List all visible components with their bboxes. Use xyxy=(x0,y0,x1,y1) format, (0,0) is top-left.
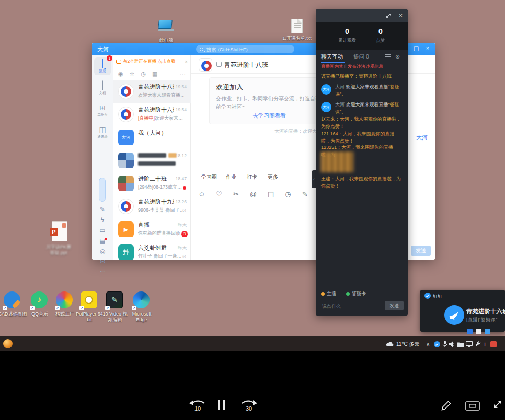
conversation-list: 有2个群正在直播 点击查看 × ◉ ☆ ◷ ▦ ⋯ 青苑进阶十八班 19:54 … xyxy=(113,55,191,260)
close-button[interactable]: × xyxy=(423,45,432,51)
host-message: 大河 大河 欢迎大家来观看直播“答疑课”。 xyxy=(321,84,404,98)
desktop-icon-potplayer[interactable]: ↗ xyxy=(81,291,98,309)
pause-button[interactable] xyxy=(218,400,227,410)
send-button[interactable]: 发送 xyxy=(411,246,431,256)
tab-more[interactable]: 更多 xyxy=(268,173,278,181)
tray-chevron-up-icon[interactable]: ∧ xyxy=(426,336,430,352)
tab-checkin[interactable]: 打卡 xyxy=(247,173,257,181)
welcome-body: 交作业、打卡、和同学们分享交流，打造自己的学习社区~ xyxy=(216,95,322,111)
tab-questions[interactable]: 提问 0 xyxy=(353,53,369,61)
schedule-icon[interactable]: ◷ xyxy=(285,190,291,198)
filter-all-icon[interactable]: ◉ xyxy=(118,71,123,77)
target-icon[interactable]: ◎ xyxy=(95,248,110,255)
mention-icon[interactable]: @ xyxy=(250,190,257,198)
rewind-10-button[interactable]: 10 xyxy=(188,398,207,412)
forward-30-button[interactable]: 30 xyxy=(239,398,258,412)
chat-message-input[interactable] xyxy=(321,302,380,310)
box-icon[interactable]: ▭ xyxy=(95,227,110,234)
tray-folder-icon[interactable] xyxy=(457,342,464,347)
weather-widget[interactable]: 11°C 多云 xyxy=(386,336,419,352)
taskbar-app-ball-icon[interactable] xyxy=(3,339,13,348)
desktop-icon-edge[interactable]: ↗ xyxy=(133,291,151,309)
desktop-icon-ppt-file[interactable]: P xyxy=(49,221,70,244)
conversation-item[interactable]: 18:12 xyxy=(113,149,191,172)
desktop-icon-label: 1.开课名单.txt xyxy=(272,36,322,41)
screenshot-icon[interactable]: ✂ xyxy=(233,190,239,198)
mute-icon: ⊘ xyxy=(182,208,186,213)
edit-icon[interactable]: ✎ xyxy=(302,190,308,198)
rows-icon[interactable]: ▤ xyxy=(95,237,110,244)
tray-dingtalk-icon[interactable] xyxy=(434,341,440,347)
keyboard-button[interactable] xyxy=(465,401,480,411)
unread-badge: 3 xyxy=(181,231,188,237)
sidebar-more-button[interactable]: ⋯ xyxy=(95,269,110,274)
sidebar-item-messages[interactable]: 1 消息 xyxy=(94,57,111,75)
desktop-icon-cad[interactable]: ↗ xyxy=(4,291,21,309)
flash-icon[interactable]: ϟ xyxy=(95,216,110,224)
dingtalk-logo-icon xyxy=(424,293,431,299)
dingtalk-notification[interactable]: 钉钉 青苑进阶十六班 [直播]“答疑课” xyxy=(420,290,505,332)
mail-icon[interactable]: ✉ xyxy=(95,258,110,265)
tab-study-circle[interactable]: 学习圈 xyxy=(201,173,217,181)
desktop-icon-qq-music[interactable]: ♪↗ xyxy=(31,291,49,309)
notification-app-name: 钉钉 xyxy=(433,293,442,300)
tab-homework[interactable]: 作业 xyxy=(226,173,236,181)
live-broadcast-banner[interactable]: 有2个群正在直播 点击查看 × xyxy=(113,56,191,67)
group-avatar xyxy=(118,176,134,191)
filter-recent-icon[interactable]: ◷ xyxy=(141,71,146,77)
tray-microphone-icon[interactable] xyxy=(442,341,447,347)
phone-capsule-icon[interactable] xyxy=(99,178,106,202)
desktop: 此电脑 1.开课名单.txt P 川字诀PK赛 答疑.ppt ↗ ♪↗ ↗ ↗ xyxy=(0,0,505,336)
filter-more-icon[interactable]: ⋯ xyxy=(180,71,186,77)
chat-title: 青苑进阶十八班 xyxy=(224,61,268,69)
panel-send-button[interactable]: 发送 xyxy=(385,301,404,310)
tray-plus-icon[interactable]: + xyxy=(483,336,487,352)
conversation-item[interactable]: 卦 六爻卦例群 昨天 竹叶子 撤回了一条… ⊘ xyxy=(113,241,191,264)
tab-chat-interaction[interactable]: 聊天互动 xyxy=(321,53,343,61)
file-icon[interactable]: ▤ xyxy=(268,190,274,198)
video-player-frame: 此电脑 1.开课名单.txt P 川字诀PK赛 答疑.ppt ↗ ♪↗ ↗ ↗ xyxy=(0,0,505,420)
conversation-item[interactable]: ▶ 直播 昨天 你有新的群直播回放… 3 xyxy=(113,218,191,241)
compose-icon[interactable]: ✎ xyxy=(95,206,110,213)
mute-icon: ⊘ xyxy=(182,254,186,259)
host-avatar: 大河 xyxy=(321,84,331,95)
filter-star-icon[interactable]: ☆ xyxy=(130,71,135,77)
notification-title: 青苑进阶十六班 xyxy=(466,308,505,316)
list-icon[interactable] xyxy=(385,54,391,59)
fullscreen-button[interactable] xyxy=(492,399,503,410)
tray-red-app-icon[interactable] xyxy=(490,341,497,347)
maximize-button[interactable]: ▢ xyxy=(412,45,420,52)
sidebar-item-workbench[interactable]: ⊞ 工作台 xyxy=(94,101,111,119)
like-icon[interactable]: ♡ xyxy=(216,190,222,198)
self-avatar: 大河 xyxy=(118,130,134,145)
tray-speaker-icon[interactable] xyxy=(449,341,455,347)
shrink-icon[interactable] xyxy=(386,13,391,18)
live-icon xyxy=(116,60,121,64)
annotate-pencil-button[interactable] xyxy=(441,400,452,411)
conversation-item[interactable]: 青苑进阶十九班 13:26 9906-李某某 撤回了… ⊘ xyxy=(113,195,191,218)
desktop-icon-label: 10 Video 视频编辑 xyxy=(101,311,129,323)
tray-wrench-icon[interactable] xyxy=(475,341,481,347)
filter-group-icon[interactable]: ▦ xyxy=(152,71,157,77)
conversation-item[interactable]: 大河 我（大河） xyxy=(113,126,191,149)
viewer-message: 121 164：大河，我来围观你的直播啦，为你点赞！ xyxy=(321,131,403,145)
conversation-item[interactable]: 进阶二十班 18:47 [294条]08-173成立… xyxy=(113,172,191,195)
desktop-icon-video-editor[interactable]: ✎↗ xyxy=(106,291,124,309)
banner-close-icon[interactable]: × xyxy=(185,59,188,65)
sidebar-item-contacts[interactable]: ◫ 通讯录 xyxy=(94,123,111,141)
search-input[interactable] xyxy=(205,46,289,53)
unread-dot xyxy=(183,186,186,190)
desktop-icon-format-factory[interactable]: ↗ xyxy=(56,291,74,309)
tray-display-icon[interactable] xyxy=(466,341,473,347)
sidebar-item-docs[interactable]: 文档 xyxy=(94,79,111,97)
player-control-area: 10 30 xyxy=(0,351,505,420)
conversation-item[interactable]: 青苑进阶十八班 19:54 欢迎大家来观看直播… xyxy=(113,80,191,103)
go-study-circle-link[interactable]: 去学习圈看看 xyxy=(210,112,329,120)
conversation-item[interactable]: 青苑进阶十六班 19:54 [直播中]欢迎大家来… xyxy=(113,103,191,126)
emoji-icon[interactable]: ☺ xyxy=(198,190,205,198)
group-avatar xyxy=(118,199,134,214)
gear-icon[interactable]: ⊛ xyxy=(395,53,400,60)
panel-close-icon[interactable]: × xyxy=(399,12,403,19)
search-box[interactable] xyxy=(196,45,294,53)
grid-icon: ⊞ xyxy=(99,103,106,112)
